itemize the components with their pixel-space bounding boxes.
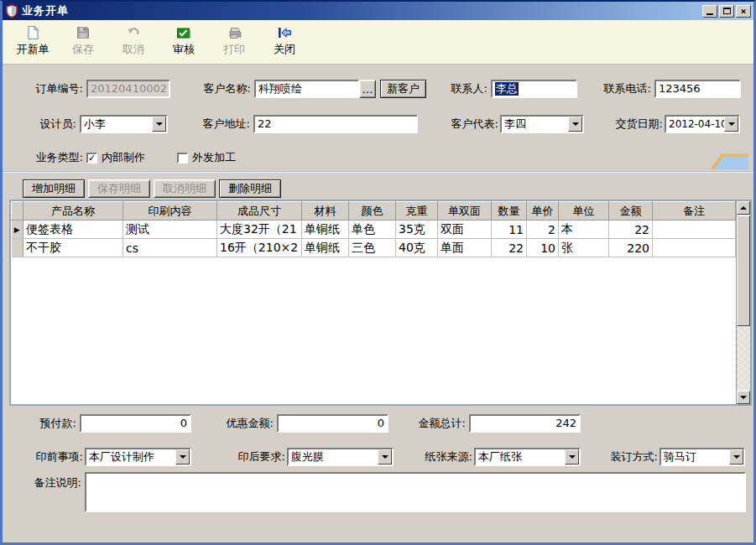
dropdown-button[interactable] — [565, 449, 579, 465]
cell-material[interactable]: 单铜纸 — [302, 221, 349, 239]
new-order-icon — [25, 25, 40, 40]
maximize-button[interactable] — [719, 5, 734, 18]
close-window-button[interactable]: 关闭 — [261, 23, 308, 61]
cell-weight[interactable]: 40克 — [396, 239, 438, 257]
scrollbar-thumb[interactable] — [737, 215, 750, 326]
dropdown-button[interactable] — [378, 449, 392, 465]
prepay-field[interactable]: 0 — [80, 414, 191, 433]
column-header: 印刷内容 — [123, 202, 217, 221]
discount-label: 优惠金额: — [210, 414, 274, 433]
scroll-down-button[interactable] — [737, 391, 750, 404]
table-row[interactable]: ▶ 便签表格 测试 大度32开（21 单铜纸 单色 35克 双面 11 2 本 … — [12, 221, 736, 239]
postpress-combobox[interactable]: 腹光膜 — [287, 448, 394, 466]
cell-weight[interactable]: 35克 — [396, 221, 438, 239]
phone-field[interactable]: 123456 — [654, 80, 741, 98]
table-row[interactable]: 不干胶 cs 16开（210×2 单铜纸 三色 40克 单面 22 10 张 2… — [12, 239, 736, 257]
chevron-down-icon — [569, 455, 576, 459]
dropdown-button[interactable] — [729, 449, 743, 465]
cell-price[interactable]: 10 — [527, 239, 559, 257]
paper-source-combobox[interactable]: 本厂纸张 — [474, 448, 581, 466]
cell-amount[interactable]: 22 — [609, 221, 653, 239]
prepress-label: 印前事项: — [16, 448, 83, 466]
chevron-down-icon — [156, 122, 163, 126]
close-arrow-icon — [277, 25, 292, 40]
cell-qty[interactable]: 11 — [492, 221, 527, 239]
cell-amount[interactable]: 220 — [609, 239, 653, 257]
dropdown-button[interactable] — [175, 449, 190, 465]
detail-grid: 产品名称 印刷内容 成品尺寸 材料 颜色 克重 单双面 数量 单价 单位 金额 … — [9, 200, 752, 406]
biztype-label: 业务类型: — [16, 148, 83, 167]
new-order-button[interactable]: 开新单 — [9, 23, 56, 61]
rep-combobox[interactable]: 李四 — [500, 115, 584, 133]
designer-combobox[interactable]: 小李 — [80, 115, 168, 133]
chevron-down-icon — [180, 455, 186, 459]
minimize-icon — [706, 13, 713, 15]
column-header: 金额 — [609, 202, 653, 221]
dropdown-button[interactable] — [152, 117, 166, 132]
cell-unit[interactable]: 本 — [559, 221, 609, 239]
contact-field[interactable]: 李总 — [491, 80, 577, 98]
grand-total-label: 金额总计: — [405, 414, 466, 433]
postpress-label: 印后要求: — [218, 448, 285, 466]
maximize-icon — [723, 8, 731, 14]
internal-production-checkbox[interactable]: ✓ — [86, 153, 97, 164]
current-row-marker: ▶ — [12, 221, 23, 239]
cell-sides[interactable]: 双面 — [438, 221, 492, 239]
cell-note[interactable] — [653, 221, 736, 239]
corner-decoration — [712, 151, 748, 170]
cell-note[interactable] — [653, 239, 736, 257]
cell-size[interactable]: 16开（210×2 — [217, 239, 302, 257]
cell-print-content[interactable]: 测试 — [123, 221, 217, 239]
column-header: 成品尺寸 — [217, 202, 302, 221]
column-header: 产品名称 — [23, 202, 123, 221]
title-bar: 业务开单 × — [3, 2, 753, 20]
column-header: 备注 — [653, 202, 736, 221]
grid-vertical-scrollbar[interactable] — [736, 201, 750, 404]
dropdown-button[interactable] — [724, 117, 738, 132]
app-icon — [5, 4, 18, 18]
dropdown-button[interactable] — [568, 117, 582, 132]
cell-unit[interactable]: 张 — [559, 239, 609, 257]
customer-browse-button[interactable]: … — [359, 80, 376, 98]
remark-textarea[interactable] — [85, 472, 746, 512]
new-customer-button[interactable]: 新客户 — [380, 80, 426, 98]
scroll-up-button[interactable] — [737, 201, 750, 215]
save-button[interactable]: 保存 — [60, 23, 107, 61]
delivery-date-picker[interactable]: 2012-04-10 — [665, 115, 740, 133]
outsourced-checkbox[interactable] — [177, 153, 188, 164]
order-no-field: 20120410002 — [86, 80, 170, 98]
cell-print-content[interactable]: cs — [123, 239, 217, 257]
save-detail-button[interactable]: 保存明细 — [88, 179, 150, 198]
cell-product[interactable]: 不干胶 — [23, 239, 123, 257]
minimize-button[interactable] — [702, 5, 717, 18]
cell-product[interactable]: 便签表格 — [23, 221, 123, 239]
delete-detail-button[interactable]: 删除明细 — [219, 179, 281, 198]
add-detail-button[interactable]: 增加明细 — [23, 179, 85, 198]
discount-field[interactable]: 0 — [277, 414, 388, 433]
column-header: 单双面 — [438, 202, 492, 221]
order-no-label: 订单编号: — [16, 80, 83, 98]
cell-color[interactable]: 单色 — [349, 221, 396, 239]
delivery-date-label: 交货日期: — [597, 115, 663, 133]
cell-material[interactable]: 单铜纸 — [302, 239, 349, 257]
cell-price[interactable]: 2 — [527, 221, 559, 239]
column-header: 数量 — [492, 202, 527, 221]
window-title: 业务开单 — [22, 3, 702, 18]
prepress-combobox[interactable]: 本厂设计制作 — [85, 448, 191, 466]
print-button[interactable]: 打印 — [211, 23, 258, 61]
customer-name-field[interactable]: 科翔喷绘 — [254, 80, 359, 98]
cancel-detail-button[interactable]: 取消明细 — [154, 179, 216, 198]
audit-button[interactable]: 审核 — [160, 23, 207, 61]
cell-color[interactable]: 三色 — [349, 239, 396, 257]
binding-combobox[interactable]: 骑马订 — [660, 448, 745, 466]
binding-label: 装订方式: — [592, 448, 658, 466]
cancel-button[interactable]: 取消 — [110, 23, 157, 61]
grand-total-field: 242 — [469, 414, 581, 433]
close-button[interactable]: × — [736, 5, 751, 18]
scrollbar-track[interactable] — [737, 327, 750, 390]
column-header: 材料 — [302, 202, 349, 221]
address-field[interactable]: 22 — [253, 115, 418, 133]
cell-qty[interactable]: 22 — [492, 239, 527, 257]
cell-sides[interactable]: 单面 — [438, 239, 492, 257]
cell-size[interactable]: 大度32开（21 — [217, 221, 302, 239]
